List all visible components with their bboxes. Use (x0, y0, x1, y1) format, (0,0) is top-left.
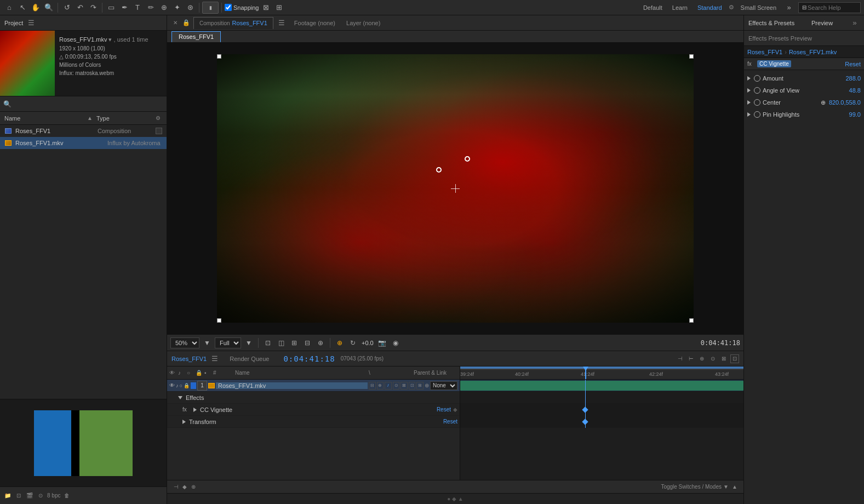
amount-stopwatch-icon[interactable] (754, 75, 760, 82)
timeline-in-point[interactable]: ⊣ (676, 354, 684, 363)
text-tool[interactable]: T (131, 2, 144, 14)
workspace-learn[interactable]: Learn (669, 3, 691, 12)
switch-2[interactable]: ⊕ (377, 382, 384, 390)
center-stopwatch-icon[interactable] (754, 99, 760, 106)
project-menu-btn[interactable]: ☰ (26, 18, 36, 28)
pen-tool[interactable]: ✒ (118, 2, 130, 14)
timeline-invert-btn[interactable]: ▼ (722, 483, 730, 491)
comp-btn[interactable]: ◫ (276, 337, 287, 348)
grid-overlay-btn[interactable]: ⊟ (302, 337, 313, 348)
snapping-checkbox[interactable] (225, 4, 232, 11)
transform-reset-btn[interactable]: Reset (443, 419, 457, 425)
workspace-default[interactable]: Default (640, 3, 666, 12)
sort-btn[interactable]: ▲ (85, 114, 94, 123)
corner-handle-bl[interactable] (217, 318, 221, 323)
settings-icon[interactable]: ⚙ (153, 114, 162, 123)
pin-value[interactable]: 99.0 (849, 111, 861, 118)
magnet-icon[interactable]: ⊠ (260, 2, 272, 14)
select-tool[interactable]: ↖ (16, 2, 28, 14)
center-crosshair[interactable] (451, 184, 460, 193)
switch-fx[interactable]: / (385, 382, 392, 390)
switch-1[interactable]: ⊟ (369, 382, 376, 390)
vis-icon[interactable]: 👁 (169, 382, 175, 388)
close-tab-btn[interactable]: ✕ (171, 19, 179, 27)
solo-btn[interactable]: ○ (180, 383, 182, 388)
amount-value[interactable]: 288.0 (845, 75, 861, 82)
aov-value[interactable]: 48.8 (849, 87, 861, 94)
corner-handle-tr[interactable] (689, 54, 694, 59)
create-comp-btn[interactable]: ⊡ (14, 491, 23, 500)
quality-select[interactable]: Full (215, 337, 241, 348)
comp-tab-active[interactable]: Composition Roses_FFV1 (193, 17, 273, 29)
breadcrumb-2[interactable]: Roses_FFV1.mkv (789, 49, 837, 55)
timeline-link[interactable]: ⊙ (708, 354, 717, 363)
create-item-btn[interactable]: 🎬 (25, 491, 34, 500)
zoom-select[interactable]: 50% (170, 337, 199, 348)
corner-handle-br[interactable] (689, 318, 694, 323)
comp-panel-menu[interactable]: ☰ (277, 18, 287, 28)
graph-editor-btn[interactable]: ⊕ (189, 483, 198, 491)
expand-workspaces[interactable]: » (783, 2, 795, 14)
zoom-tool[interactable]: 🔍 (43, 2, 55, 14)
timeline-menu-btn[interactable]: ☰ (210, 354, 220, 364)
puppet-tool[interactable]: ✦ (171, 2, 183, 14)
timeline-ripple[interactable]: ⊕ (697, 354, 706, 363)
project-search-input[interactable] (14, 101, 163, 107)
right-expand-btn[interactable]: » (850, 18, 860, 28)
layer-row-1[interactable]: 👁 ♪ ○ 🔒 1 Roses_FFV1.mkv ⊟ ⊕ / (167, 380, 460, 392)
rect-tool[interactable]: ▭ (105, 2, 117, 14)
parent-select[interactable]: None (430, 381, 457, 390)
timeline-scale-btn[interactable]: ⊣ (171, 483, 180, 491)
fx-reset-btn[interactable]: Reset (845, 61, 861, 67)
fit-screen-btn[interactable]: ⊡ (262, 337, 273, 348)
timeline-out-point[interactable]: ⊢ (686, 354, 695, 363)
timeline-comment[interactable]: ⊠ (719, 354, 728, 363)
playhead[interactable] (585, 366, 586, 379)
audio-icon[interactable]: ♪ (176, 383, 179, 388)
safe-zones-btn[interactable]: ⊞ (289, 337, 300, 348)
transparency-btn[interactable]: ↻ (347, 337, 358, 348)
hand-tool[interactable]: ✋ (30, 2, 42, 14)
timeline-expand-btn[interactable]: ▲ (730, 483, 739, 491)
home-tool[interactable]: ⌂ (3, 2, 15, 14)
lock-btn[interactable]: 🔒 (184, 383, 190, 388)
pin-stopwatch-icon[interactable] (754, 111, 760, 118)
switch-5[interactable]: ⊡ (409, 382, 416, 390)
fill-btn[interactable]: ▮ (202, 2, 219, 14)
undo-tool[interactable]: ↶ (74, 2, 86, 14)
color-channels-btn[interactable]: ⊕ (334, 337, 345, 348)
brush-tool[interactable]: ✏ (145, 2, 157, 14)
create-folder-btn[interactable]: 📁 (3, 491, 12, 500)
redo-tool[interactable]: ↷ (87, 2, 99, 14)
switch-4[interactable]: ⊠ (400, 382, 408, 390)
rotation-tool[interactable]: ↺ (61, 2, 73, 14)
breadcrumb-1[interactable]: Roses_FFV1 (747, 49, 782, 55)
clone-tool[interactable]: ⊕ (158, 2, 170, 14)
comp-viewer-tab[interactable]: Roses_FFV1 (171, 31, 221, 42)
delete-btn[interactable]: 🗑 (62, 491, 71, 500)
workspace-small[interactable]: Small Screen (737, 3, 780, 12)
aov-stopwatch-icon[interactable] (754, 87, 760, 94)
timeline-add-marker[interactable]: ⊡ (730, 354, 739, 363)
transform-row[interactable]: Transform Reset (167, 416, 460, 428)
cc-vignette-row[interactable]: fx CC Vignette Reset ◆ (167, 404, 460, 416)
zoom-dropdown-btn[interactable]: ▼ (202, 337, 213, 348)
cc-vignette-reset-btn[interactable]: Reset (437, 406, 451, 413)
guides-btn[interactable]: ⊕ (315, 337, 326, 348)
workspace-standard[interactable]: Standard (694, 3, 725, 12)
project-item-comp[interactable]: Roses_FFV1 Composition (0, 125, 167, 137)
center-value[interactable]: 820.0,558.0 (829, 99, 861, 106)
snapshot-btn[interactable]: 📷 (377, 337, 388, 348)
search-help-input[interactable] (808, 4, 857, 11)
center-crosshair-icon[interactable]: ⊕ (821, 99, 826, 106)
project-item-footage[interactable]: Roses_FFV1.mkv Influx by Autokroma (0, 137, 167, 149)
switch-6[interactable]: ⊞ (416, 382, 424, 390)
corner-handle-tl[interactable] (217, 54, 221, 59)
grid-icon[interactable]: ⊞ (273, 2, 285, 14)
add-keyframe-btn[interactable]: ◆ (180, 483, 189, 491)
switch-3[interactable]: ⊙ (393, 382, 400, 390)
pin-tool[interactable]: ⊛ (184, 2, 196, 14)
show-snapshot-btn[interactable]: ◉ (390, 337, 401, 348)
timeline-timecode-display[interactable]: 0:04:41:18 (283, 354, 335, 363)
interpret-footage-btn[interactable]: ⊙ (36, 491, 45, 500)
